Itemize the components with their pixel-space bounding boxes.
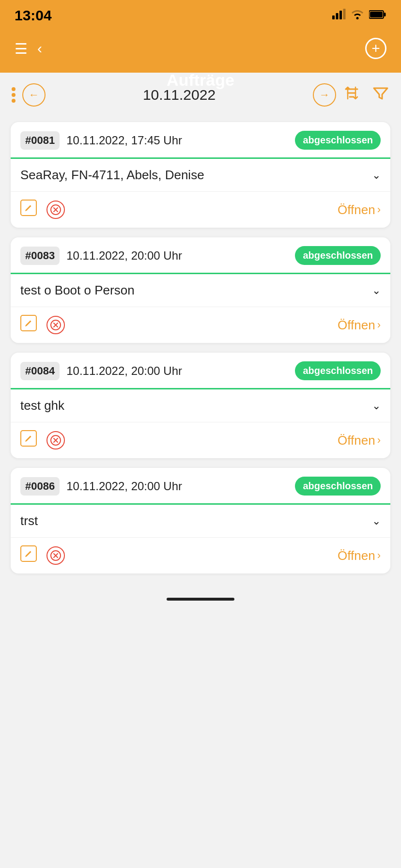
edit-icon[interactable]	[20, 430, 37, 450]
card-description: trst ⌄	[11, 505, 390, 538]
open-button-label: Öffnen	[338, 202, 375, 217]
chevron-down-icon[interactable]: ⌄	[372, 515, 381, 527]
battery-icon	[369, 9, 386, 22]
prev-date-button[interactable]: ←	[22, 83, 46, 107]
order-datetime: 10.11.2022, 20:00 Uhr	[66, 479, 288, 494]
back-icon[interactable]: ‹	[37, 40, 42, 57]
cancel-icon[interactable]	[46, 546, 65, 565]
nav-title: Aufträge	[167, 72, 234, 88]
wifi-icon	[351, 9, 364, 22]
open-button[interactable]: Öffnen ›	[338, 202, 381, 217]
card-header: #0081 10.11.2022, 17:45 Uhr abgeschlosse…	[11, 122, 390, 157]
add-button[interactable]: +	[365, 38, 386, 59]
order-number: #0081	[20, 131, 60, 150]
order-card: #0086 10.11.2022, 20:00 Uhr abgeschlosse…	[11, 468, 390, 574]
svg-rect-0	[332, 16, 335, 19]
card-header: #0086 10.11.2022, 20:00 Uhr abgeschlosse…	[11, 468, 390, 503]
chevron-right-icon: ›	[377, 549, 381, 562]
edit-icon[interactable]	[20, 315, 37, 335]
open-button[interactable]: Öffnen ›	[338, 548, 381, 563]
filter-icon[interactable]	[372, 85, 389, 105]
order-number: #0086	[20, 477, 60, 496]
home-bar	[167, 598, 234, 601]
open-button-label: Öffnen	[338, 548, 375, 563]
status-badge: abgeschlossen	[295, 246, 381, 265]
card-description-text: trst	[20, 513, 38, 528]
card-header: #0084 10.11.2022, 20:00 Uhr abgeschlosse…	[11, 353, 390, 388]
order-card: #0083 10.11.2022, 20:00 Uhr abgeschlosse…	[11, 237, 390, 343]
orders-list: #0081 10.11.2022, 17:45 Uhr abgeschlosse…	[0, 117, 401, 588]
card-actions: Öffnen ›	[11, 307, 390, 343]
card-actions: Öffnen ›	[11, 422, 390, 458]
sort-icon[interactable]	[343, 85, 360, 105]
svg-rect-3	[343, 9, 346, 19]
status-time: 13:04	[15, 7, 52, 24]
card-description: test o Boot o Person ⌄	[11, 274, 390, 307]
open-button[interactable]: Öffnen ›	[338, 433, 381, 448]
order-datetime: 10.11.2022, 20:00 Uhr	[66, 248, 288, 263]
chevron-down-icon[interactable]: ⌄	[372, 284, 381, 297]
chevron-right-icon: ›	[377, 434, 381, 447]
chevron-down-icon[interactable]: ⌄	[372, 169, 381, 182]
date-display: 10.11.2022	[52, 87, 306, 103]
card-description: test ghk ⌄	[11, 389, 390, 422]
edit-icon[interactable]	[20, 545, 37, 566]
card-actions: Öffnen ›	[11, 538, 390, 574]
chevron-down-icon[interactable]: ⌄	[372, 400, 381, 412]
svg-rect-1	[336, 13, 339, 19]
hamburger-icon[interactable]: ☰	[15, 40, 28, 57]
card-description-text: test o Boot o Person	[20, 283, 135, 298]
status-badge: abgeschlossen	[295, 131, 381, 150]
next-date-button[interactable]: →	[313, 83, 336, 107]
status-bar: 13:04	[0, 0, 401, 29]
order-card: #0084 10.11.2022, 20:00 Uhr abgeschlosse…	[11, 353, 390, 458]
chevron-right-icon: ›	[377, 319, 381, 331]
card-description: SeaRay, FN-4711, Abels, Denise ⌄	[11, 159, 390, 192]
edit-icon[interactable]	[20, 200, 37, 220]
card-actions: Öffnen ›	[11, 192, 390, 228]
order-datetime: 10.11.2022, 17:45 Uhr	[66, 133, 288, 148]
order-card: #0081 10.11.2022, 17:45 Uhr abgeschlosse…	[11, 122, 390, 228]
card-description-text: test ghk	[20, 398, 64, 413]
order-datetime: 10.11.2022, 20:00 Uhr	[66, 363, 288, 378]
nav-right: +	[365, 38, 386, 59]
open-button-label: Öffnen	[338, 318, 375, 333]
nav-bar: ☰ ‹ Aufträge +	[0, 29, 401, 73]
chevron-right-icon: ›	[377, 203, 381, 216]
svg-rect-5	[384, 13, 386, 16]
home-indicator	[0, 593, 401, 607]
status-badge: abgeschlossen	[295, 477, 381, 496]
signal-icon	[332, 9, 346, 22]
card-header: #0083 10.11.2022, 20:00 Uhr abgeschlosse…	[11, 237, 390, 273]
cancel-icon[interactable]	[46, 316, 65, 334]
order-number: #0083	[20, 247, 60, 265]
svg-rect-6	[370, 12, 383, 17]
status-badge: abgeschlossen	[295, 361, 381, 380]
dots-menu-icon[interactable]	[12, 87, 15, 103]
nav-left: ☰ ‹	[15, 40, 42, 57]
order-number: #0084	[20, 362, 60, 380]
svg-rect-2	[339, 11, 342, 19]
cancel-icon[interactable]	[46, 201, 65, 219]
card-description-text: SeaRay, FN-4711, Abels, Denise	[20, 168, 204, 183]
open-button[interactable]: Öffnen ›	[338, 318, 381, 333]
cancel-icon[interactable]	[46, 431, 65, 450]
open-button-label: Öffnen	[338, 433, 375, 448]
status-icons	[332, 9, 386, 22]
